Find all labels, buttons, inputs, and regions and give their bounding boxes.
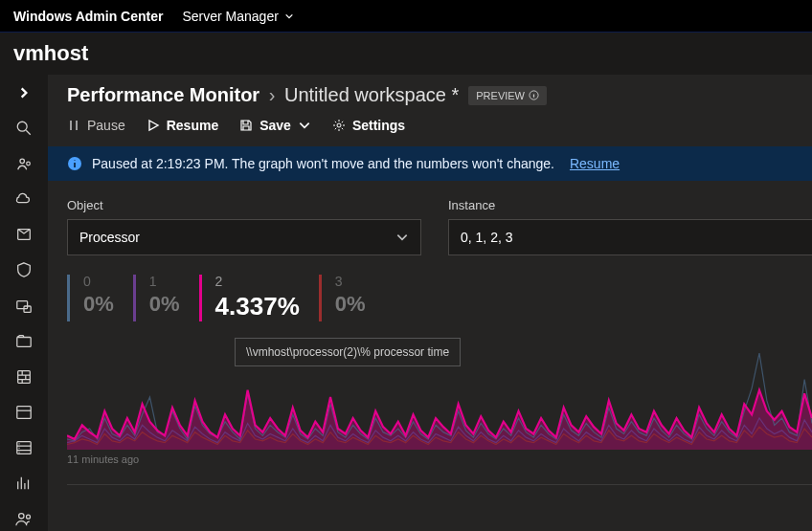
stat-name: 2	[215, 275, 300, 288]
chevron-down-icon	[298, 119, 311, 132]
host-bar: vmhost	[0, 33, 812, 75]
save-icon	[239, 119, 253, 132]
events-icon[interactable]	[8, 293, 40, 318]
stat-name: 0	[83, 275, 114, 288]
object-label: Object	[67, 198, 421, 212]
host-name: vmhost	[13, 41, 88, 66]
pause-icon	[67, 119, 80, 132]
perf-icon[interactable]	[8, 471, 40, 496]
info-banner: Paused at 2:19:23 PM. The graph won't mo…	[48, 146, 812, 181]
perf-card: Object Processor Instance 0, 1, 2, 3 00%…	[67, 198, 812, 465]
server-manager-menu[interactable]: Server Manager	[182, 9, 293, 24]
svg-point-10	[19, 514, 24, 519]
object-value: Processor	[79, 230, 140, 245]
instance-select[interactable]: 0, 1, 2, 3	[448, 219, 812, 255]
svg-rect-6	[17, 337, 31, 346]
stat-cpu-1[interactable]: 10%	[133, 275, 199, 321]
breadcrumb: Performance Monitor › Untitled workspace…	[67, 84, 459, 106]
chart-time-range: 11 minutes ago	[67, 454, 812, 465]
stat-cpu-2[interactable]: 24.337%	[199, 275, 319, 321]
pause-button[interactable]: Pause	[67, 118, 125, 133]
toolbar: Pause Resume Save Settings	[48, 112, 812, 146]
stat-row: 00%10%24.337%30%\\vmhost\processor(2)\% …	[67, 275, 812, 321]
pause-label: Pause	[87, 118, 125, 133]
server-manager-label: Server Manager	[182, 9, 278, 24]
rail-expand[interactable]	[8, 80, 40, 105]
certificates-icon[interactable]	[8, 222, 40, 247]
stat-value: 0%	[335, 292, 366, 317]
files-icon[interactable]	[8, 329, 40, 354]
topbar: Windows Admin Center Server Manager	[0, 0, 812, 33]
play-icon	[147, 119, 160, 132]
svg-point-13	[337, 123, 341, 127]
banner-text: Paused at 2:19:23 PM. The graph won't mo…	[92, 156, 554, 171]
resume-button[interactable]: Resume	[147, 118, 218, 133]
svg-point-0	[17, 122, 27, 131]
save-label: Save	[259, 118, 291, 133]
resume-label: Resume	[167, 118, 218, 133]
settings-label: Settings	[352, 118, 405, 133]
stat-cpu-3[interactable]: 30%	[319, 275, 385, 321]
svg-rect-4	[17, 300, 28, 308]
next-panel-divider	[67, 484, 812, 492]
brand[interactable]: Windows Admin Center	[13, 9, 163, 24]
stat-value: 0%	[83, 292, 114, 317]
users-icon[interactable]	[8, 506, 40, 531]
svg-point-2	[27, 162, 31, 166]
svg-point-1	[20, 159, 25, 164]
page-title: Performance Monitor	[67, 84, 259, 105]
stat-cpu-0[interactable]: 00%	[67, 275, 133, 321]
workspace-name: Untitled workspace *	[284, 84, 459, 105]
main-region: Performance Monitor › Untitled workspace…	[48, 75, 812, 531]
overview-icon[interactable]	[8, 151, 40, 176]
svg-rect-7	[18, 370, 31, 383]
page-header: Performance Monitor › Untitled workspace…	[48, 75, 812, 112]
devices-icon[interactable]	[8, 257, 40, 282]
instance-label: Instance	[448, 198, 812, 212]
object-select[interactable]: Processor	[67, 219, 421, 255]
instance-value: 0, 1, 2, 3	[461, 230, 512, 245]
stat-name: 1	[149, 275, 180, 288]
chevron-down-icon	[284, 11, 294, 21]
svg-rect-8	[17, 406, 31, 418]
side-rail	[0, 75, 48, 531]
azure-icon[interactable]	[8, 187, 40, 211]
stat-value: 0%	[149, 292, 180, 317]
preview-label: PREVIEW	[476, 90, 525, 101]
info-icon	[529, 90, 539, 100]
storage-icon[interactable]	[8, 435, 40, 460]
preview-badge: PREVIEW	[468, 86, 547, 105]
gear-icon	[332, 119, 346, 132]
search-icon[interactable]	[8, 116, 40, 141]
stat-name: 3	[335, 275, 366, 288]
svg-point-11	[27, 515, 31, 519]
chevron-down-icon	[395, 231, 409, 244]
settings-button[interactable]: Settings	[332, 118, 405, 133]
tooltip: \\vmhost\processor(2)\% processor time	[235, 338, 461, 366]
info-icon	[67, 156, 82, 171]
banner-resume-link[interactable]: Resume	[570, 156, 620, 171]
services-icon[interactable]	[8, 400, 40, 425]
firewall-icon[interactable]	[8, 365, 40, 389]
stat-value: 4.337%	[215, 292, 300, 321]
save-button[interactable]: Save	[239, 118, 311, 133]
